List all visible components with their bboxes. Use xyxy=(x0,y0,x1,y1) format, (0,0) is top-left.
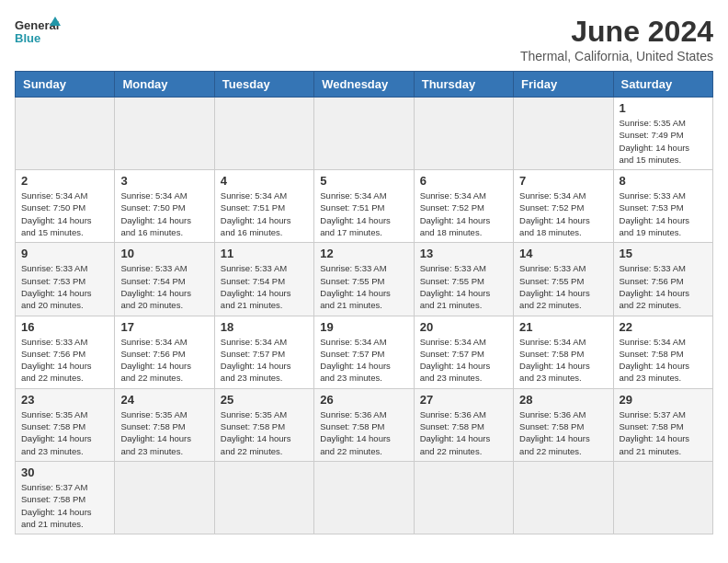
day-number: 14 xyxy=(519,247,607,260)
page-header: General Blue June 2024 Thermal, Californ… xyxy=(15,15,713,63)
day-number: 3 xyxy=(120,174,208,188)
day-number: 19 xyxy=(320,320,407,334)
calendar-day: 19Sunrise: 5:34 AM Sunset: 7:57 PM Dayli… xyxy=(314,316,414,388)
calendar-day: 14Sunrise: 5:33 AM Sunset: 7:55 PM Dayli… xyxy=(514,243,613,316)
day-info: Sunrise: 5:33 AM Sunset: 7:54 PM Dayligh… xyxy=(221,262,308,311)
day-number: 4 xyxy=(221,174,308,188)
day-info: Sunrise: 5:34 AM Sunset: 7:57 PM Dayligh… xyxy=(320,336,407,385)
calendar-day: 6Sunrise: 5:34 AM Sunset: 7:52 PM Daylig… xyxy=(414,170,513,243)
calendar-day: 20Sunrise: 5:34 AM Sunset: 7:57 PM Dayli… xyxy=(414,316,513,388)
calendar-day: 27Sunrise: 5:36 AM Sunset: 7:58 PM Dayli… xyxy=(414,388,513,461)
calendar-day: 17Sunrise: 5:34 AM Sunset: 7:56 PM Dayli… xyxy=(115,316,214,388)
calendar-day: 25Sunrise: 5:35 AM Sunset: 7:58 PM Dayli… xyxy=(214,388,313,461)
day-info: Sunrise: 5:33 AM Sunset: 7:53 PM Dayligh… xyxy=(620,190,707,238)
calendar-day: 4Sunrise: 5:34 AM Sunset: 7:51 PM Daylig… xyxy=(214,170,313,243)
day-number: 17 xyxy=(120,320,208,334)
day-info: Sunrise: 5:34 AM Sunset: 7:58 PM Dayligh… xyxy=(519,336,607,385)
col-header-wednesday: Wednesday xyxy=(314,72,414,98)
day-number: 15 xyxy=(620,247,707,260)
month-title: June 2024 xyxy=(520,15,713,49)
day-info: Sunrise: 5:33 AM Sunset: 7:53 PM Dayligh… xyxy=(21,262,108,311)
day-number: 12 xyxy=(320,247,407,260)
calendar-day xyxy=(414,98,513,170)
day-info: Sunrise: 5:33 AM Sunset: 7:55 PM Dayligh… xyxy=(519,262,607,311)
day-info: Sunrise: 5:35 AM Sunset: 7:58 PM Dayligh… xyxy=(21,408,108,457)
day-info: Sunrise: 5:33 AM Sunset: 7:56 PM Dayligh… xyxy=(620,262,707,311)
calendar-day xyxy=(613,461,712,534)
day-number: 29 xyxy=(620,393,707,407)
calendar-day: 3Sunrise: 5:34 AM Sunset: 7:50 PM Daylig… xyxy=(115,170,214,243)
day-info: Sunrise: 5:34 AM Sunset: 7:52 PM Dayligh… xyxy=(519,190,607,238)
day-number: 6 xyxy=(420,174,507,188)
day-number: 23 xyxy=(21,393,108,407)
day-info: Sunrise: 5:33 AM Sunset: 7:54 PM Dayligh… xyxy=(120,262,208,311)
calendar-day xyxy=(115,461,214,534)
day-number: 27 xyxy=(420,393,507,407)
day-info: Sunrise: 5:34 AM Sunset: 7:52 PM Dayligh… xyxy=(420,190,507,238)
calendar-day xyxy=(314,461,414,534)
day-info: Sunrise: 5:34 AM Sunset: 7:58 PM Dayligh… xyxy=(620,336,707,385)
calendar-week-row: 23Sunrise: 5:35 AM Sunset: 7:58 PM Dayli… xyxy=(16,388,713,461)
calendar-day: 16Sunrise: 5:33 AM Sunset: 7:56 PM Dayli… xyxy=(16,316,115,388)
calendar-day: 13Sunrise: 5:33 AM Sunset: 7:55 PM Dayli… xyxy=(414,243,513,316)
calendar-day: 10Sunrise: 5:33 AM Sunset: 7:54 PM Dayli… xyxy=(115,243,214,316)
day-number: 1 xyxy=(620,101,707,115)
calendar-week-row: 30Sunrise: 5:37 AM Sunset: 7:58 PM Dayli… xyxy=(16,461,713,534)
day-number: 22 xyxy=(620,320,707,334)
day-info: Sunrise: 5:35 AM Sunset: 7:49 PM Dayligh… xyxy=(620,117,707,166)
day-info: Sunrise: 5:37 AM Sunset: 7:58 PM Dayligh… xyxy=(620,408,707,457)
calendar-day: 9Sunrise: 5:33 AM Sunset: 7:53 PM Daylig… xyxy=(16,243,115,316)
calendar-day xyxy=(514,461,613,534)
calendar-day xyxy=(214,461,313,534)
title-area: June 2024 Thermal, California, United St… xyxy=(520,15,713,63)
calendar-table: SundayMondayTuesdayWednesdayThursdayFrid… xyxy=(15,71,713,534)
day-info: Sunrise: 5:34 AM Sunset: 7:51 PM Dayligh… xyxy=(320,190,407,238)
day-info: Sunrise: 5:37 AM Sunset: 7:58 PM Dayligh… xyxy=(21,481,108,530)
calendar-week-row: 1Sunrise: 5:35 AM Sunset: 7:49 PM Daylig… xyxy=(16,98,713,170)
day-number: 24 xyxy=(120,393,208,407)
day-info: Sunrise: 5:34 AM Sunset: 7:56 PM Dayligh… xyxy=(120,336,208,385)
day-number: 30 xyxy=(21,465,108,479)
calendar-day xyxy=(414,461,513,534)
day-number: 10 xyxy=(120,247,208,260)
day-number: 7 xyxy=(519,174,607,188)
calendar-day: 24Sunrise: 5:35 AM Sunset: 7:58 PM Dayli… xyxy=(115,388,214,461)
day-number: 11 xyxy=(221,247,308,260)
calendar-day: 23Sunrise: 5:35 AM Sunset: 7:58 PM Dayli… xyxy=(16,388,115,461)
col-header-thursday: Thursday xyxy=(414,72,513,98)
day-number: 25 xyxy=(221,393,308,407)
calendar-day: 18Sunrise: 5:34 AM Sunset: 7:57 PM Dayli… xyxy=(214,316,313,388)
day-number: 5 xyxy=(320,174,407,188)
calendar-week-row: 16Sunrise: 5:33 AM Sunset: 7:56 PM Dayli… xyxy=(16,316,713,388)
calendar-day xyxy=(115,98,214,170)
calendar-day: 26Sunrise: 5:36 AM Sunset: 7:58 PM Dayli… xyxy=(314,388,414,461)
day-info: Sunrise: 5:36 AM Sunset: 7:58 PM Dayligh… xyxy=(320,408,407,457)
location-subtitle: Thermal, California, United States xyxy=(520,49,713,63)
day-info: Sunrise: 5:36 AM Sunset: 7:58 PM Dayligh… xyxy=(519,408,607,457)
day-info: Sunrise: 5:34 AM Sunset: 7:57 PM Dayligh… xyxy=(221,336,308,385)
day-info: Sunrise: 5:33 AM Sunset: 7:55 PM Dayligh… xyxy=(420,262,507,311)
calendar-header-row: SundayMondayTuesdayWednesdayThursdayFrid… xyxy=(16,72,713,98)
calendar-day: 7Sunrise: 5:34 AM Sunset: 7:52 PM Daylig… xyxy=(514,170,613,243)
calendar-day: 30Sunrise: 5:37 AM Sunset: 7:58 PM Dayli… xyxy=(16,461,115,534)
day-info: Sunrise: 5:34 AM Sunset: 7:51 PM Dayligh… xyxy=(221,190,308,238)
day-info: Sunrise: 5:34 AM Sunset: 7:50 PM Dayligh… xyxy=(120,190,208,238)
calendar-day: 12Sunrise: 5:33 AM Sunset: 7:55 PM Dayli… xyxy=(314,243,414,316)
calendar-week-row: 9Sunrise: 5:33 AM Sunset: 7:53 PM Daylig… xyxy=(16,243,713,316)
day-info: Sunrise: 5:35 AM Sunset: 7:58 PM Dayligh… xyxy=(120,408,208,457)
day-number: 8 xyxy=(620,174,707,188)
calendar-day: 29Sunrise: 5:37 AM Sunset: 7:58 PM Dayli… xyxy=(613,388,712,461)
calendar-day: 28Sunrise: 5:36 AM Sunset: 7:58 PM Dayli… xyxy=(514,388,613,461)
day-info: Sunrise: 5:34 AM Sunset: 7:50 PM Dayligh… xyxy=(21,190,108,238)
day-number: 13 xyxy=(420,247,507,260)
calendar-day xyxy=(214,98,313,170)
col-header-tuesday: Tuesday xyxy=(214,72,313,98)
day-number: 20 xyxy=(420,320,507,334)
day-info: Sunrise: 5:35 AM Sunset: 7:58 PM Dayligh… xyxy=(221,408,308,457)
day-number: 18 xyxy=(221,320,308,334)
day-number: 28 xyxy=(519,393,607,407)
day-number: 26 xyxy=(320,393,407,407)
logo: General Blue xyxy=(15,15,61,52)
calendar-day: 2Sunrise: 5:34 AM Sunset: 7:50 PM Daylig… xyxy=(16,170,115,243)
calendar-day: 11Sunrise: 5:33 AM Sunset: 7:54 PM Dayli… xyxy=(214,243,313,316)
